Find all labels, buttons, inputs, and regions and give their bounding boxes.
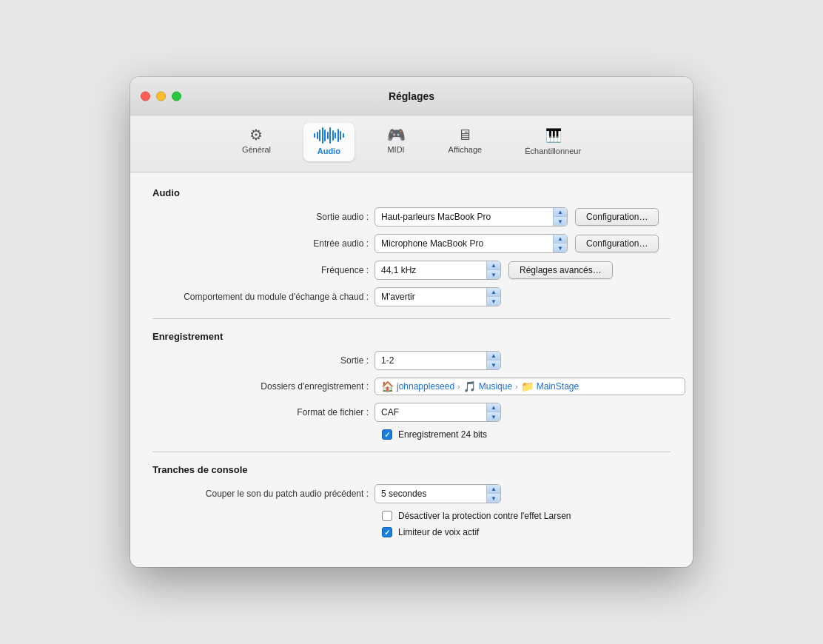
comportement-row: Comportement du module d'échange à chaud… [152,287,671,306]
tab-echantillonneur-label: Échantillonneur [525,147,581,155]
folder-icon-2: 🎵 [463,380,476,392]
comportement-value: M'avertir [375,289,486,304]
tab-midi[interactable]: 🎮 MIDI [377,123,416,161]
toolbar: ⚙ Général Audio 🎮 MID [130,115,693,172]
comportement-down[interactable]: ▼ [487,297,500,306]
folder-part-1: johnappleseed [397,381,454,392]
tab-audio[interactable]: Audio [303,123,355,161]
couper-up[interactable]: ▲ [487,485,500,494]
sortie-audio-up[interactable]: ▲ [554,208,567,217]
format-down[interactable]: ▼ [487,412,500,421]
tab-general[interactable]: ⚙ Général [232,123,281,161]
folder-part-2: Musique [479,381,512,392]
dossiers-label: Dossiers d'enregistrement : [152,381,374,392]
sampler-icon: 🎹 [545,127,560,144]
frequence-value: 44,1 kHz [375,263,486,278]
tab-general-label: Général [242,145,271,154]
reglages-avances-btn[interactable]: Réglages avancés… [508,261,613,279]
frequence-label: Fréquence : [152,265,374,275]
frequence-up[interactable]: ▲ [487,261,500,270]
audio-waveform-icon [314,127,344,144]
divider-1 [152,318,671,319]
entree-audio-select[interactable]: Microphone MacBook Pro ▲ ▼ [374,234,568,253]
midi-icon: 🎮 [387,127,406,142]
sortie-down[interactable]: ▼ [487,360,500,369]
sortie-audio-row: Sortie audio : Haut-parleurs MacBook Pro… [152,207,671,227]
couper-label: Couper le son du patch audio précédent : [152,489,374,499]
folder-icon-3: 📁 [521,380,534,392]
checkbox-24bits[interactable] [382,429,392,440]
traffic-lights [141,91,181,101]
sortie-stepper: ▲ ▼ [486,352,500,369]
checkbox-larsen-label: Désactiver la protection contre l'effet … [398,511,571,521]
checkbox-larsen[interactable] [382,511,392,521]
sortie-control: 1-2 ▲ ▼ [374,351,671,370]
checkbox-24bits-label: Enregistrement 24 bits [398,429,487,440]
window-title: Réglages [389,90,434,102]
couper-select[interactable]: 5 secondes ▲ ▼ [374,484,501,503]
comportement-select[interactable]: M'avertir ▲ ▼ [374,287,501,306]
entree-audio-config-btn[interactable]: Configuration… [575,235,659,252]
sortie-audio-label: Sortie audio : [152,212,374,222]
tab-affichage-label: Affichage [449,145,483,154]
entree-audio-down[interactable]: ▼ [554,244,567,252]
sortie-audio-stepper: ▲ ▼ [553,208,567,226]
frequence-stepper: ▲ ▼ [486,261,500,279]
tranches-section-title: Tranches de console [152,464,671,475]
format-up[interactable]: ▲ [487,403,500,412]
sortie-select[interactable]: 1-2 ▲ ▼ [374,351,501,370]
checkbox-24bits-wrap[interactable]: Enregistrement 24 bits [382,429,487,440]
frequence-down[interactable]: ▼ [487,270,500,279]
couper-control: 5 secondes ▲ ▼ [374,484,671,503]
entree-audio-stepper: ▲ ▼ [553,235,567,252]
checkbox-limiteur[interactable] [382,527,392,537]
sortie-audio-config-btn[interactable]: Configuration… [575,208,659,226]
titlebar: Réglages [130,77,693,115]
comportement-label: Comportement du module d'échange à chaud… [152,292,374,302]
sortie-audio-value: Haut-parleurs MacBook Pro [375,209,553,224]
audio-section: Audio Sortie audio : Haut-parleurs MacBo… [152,187,671,306]
settings-window: Réglages ⚙ Général Audio [130,77,693,567]
sortie-audio-down[interactable]: ▼ [554,217,567,226]
couper-row: Couper le son du patch audio précédent :… [152,484,671,503]
folder-sep-2: › [515,382,518,391]
dossiers-row: Dossiers d'enregistrement : 🏠 johnapples… [152,378,671,395]
monitor-icon: 🖥 [457,127,472,142]
folder-path[interactable]: 🏠 johnappleseed › 🎵 Musique › 📁 MainStag… [374,378,685,395]
tab-echantillonneur[interactable]: 🎹 Échantillonneur [514,123,591,161]
close-button[interactable] [141,91,150,101]
sortie-row: Sortie : 1-2 ▲ ▼ [152,351,671,370]
frequence-control: 44,1 kHz ▲ ▼ Réglages avancés… [374,261,671,280]
format-label: Format de fichier : [152,407,374,417]
frequence-select[interactable]: 44,1 kHz ▲ ▼ [374,261,501,280]
frequence-row: Fréquence : 44,1 kHz ▲ ▼ Réglages avancé… [152,261,671,280]
tab-audio-label: Audio [318,147,340,155]
comportement-up[interactable]: ▲ [487,288,500,297]
maximize-button[interactable] [172,91,181,101]
couper-stepper: ▲ ▼ [486,485,500,503]
dossiers-control: 🏠 johnappleseed › 🎵 Musique › 📁 MainStag… [374,378,685,395]
enregistrement-section-title: Enregistrement [152,331,671,342]
enregistrement-section: Enregistrement Sortie : 1-2 ▲ ▼ Dossiers [152,331,671,440]
format-control: CAF ▲ ▼ [374,403,671,422]
format-stepper: ▲ ▼ [486,403,500,421]
sortie-up[interactable]: ▲ [487,352,500,360]
checkbox-larsen-wrap[interactable]: Désactiver la protection contre l'effet … [382,511,571,521]
entree-audio-control: Microphone MacBook Pro ▲ ▼ Configuration… [374,234,671,253]
folder-icon-1: 🏠 [381,380,394,392]
entree-audio-up[interactable]: ▲ [554,235,567,244]
entree-audio-row: Entrée audio : Microphone MacBook Pro ▲ … [152,234,671,253]
sortie-audio-select[interactable]: Haut-parleurs MacBook Pro ▲ ▼ [374,207,568,227]
entree-audio-label: Entrée audio : [152,238,374,249]
checkbox-limiteur-wrap[interactable]: Limiteur de voix actif [382,527,479,537]
checkbox-24bits-row: Enregistrement 24 bits [152,429,671,440]
format-select[interactable]: CAF ▲ ▼ [374,403,501,422]
sortie-value: 1-2 [375,353,486,368]
sortie-audio-control: Haut-parleurs MacBook Pro ▲ ▼ Configurat… [374,207,671,227]
minimize-button[interactable] [156,91,166,101]
tab-affichage[interactable]: 🖥 Affichage [438,123,493,161]
tab-midi-label: MIDI [387,145,404,154]
audio-section-title: Audio [152,187,671,198]
couper-value: 5 secondes [375,486,486,501]
couper-down[interactable]: ▼ [487,494,500,503]
